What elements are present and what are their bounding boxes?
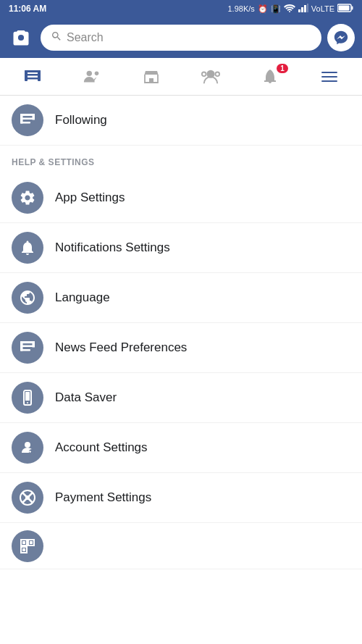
search-bar[interactable]: Search: [41, 25, 321, 51]
menu-item-data-saver[interactable]: Data Saver: [0, 373, 362, 423]
messenger-icon: [333, 30, 349, 46]
notifications-icon: [262, 68, 278, 85]
home-icon: [24, 68, 41, 85]
tab-home[interactable]: [3, 58, 62, 96]
tab-notifications[interactable]: 1: [240, 58, 300, 96]
groups-icon: [201, 68, 220, 85]
svg-point-13: [87, 70, 92, 75]
svg-point-19: [202, 72, 206, 76]
svg-rect-1: [298, 9, 300, 12]
svg-rect-24: [33, 114, 35, 120]
svg-rect-4: [307, 4, 308, 12]
tab-menu[interactable]: [300, 58, 359, 96]
svg-rect-42: [22, 541, 25, 544]
svg-point-18: [216, 72, 220, 76]
svg-rect-44: [22, 548, 25, 551]
svg-rect-12: [38, 70, 41, 81]
alarm-icon: ⏰: [258, 4, 268, 14]
svg-point-32: [27, 402, 28, 403]
svg-point-0: [289, 11, 290, 12]
content: Following HELP & SETTINGS App Settings N…: [0, 96, 362, 569]
svg-rect-6: [339, 6, 350, 11]
wifi-icon: [284, 4, 295, 14]
following-icon: [19, 112, 36, 129]
vibrate-icon: 📳: [271, 4, 281, 14]
globe-icon: [19, 289, 36, 306]
tab-groups[interactable]: [181, 58, 240, 96]
svg-rect-31: [25, 392, 30, 401]
friends-icon: [83, 68, 101, 85]
nav-tabs: 1: [0, 58, 362, 96]
more-icon-circle: [12, 530, 43, 562]
menu-item-following[interactable]: Following: [0, 96, 362, 146]
marketplace-icon: [143, 68, 160, 85]
bell-icon: [19, 239, 36, 256]
menu-item-account-settings[interactable]: Account Settings: [0, 423, 362, 473]
search-icon: [51, 30, 62, 45]
notifications-settings-label: Notifications Settings: [55, 241, 170, 255]
hamburger-icon: [319, 69, 340, 85]
menu-item-payment-settings[interactable]: Payment Settings: [0, 473, 362, 523]
camera-button[interactable]: [7, 24, 35, 51]
app-settings-icon-circle: [12, 182, 43, 214]
status-bar: 11:06 AM 1.98K/s ⏰ 📳 VoLTE: [0, 0, 362, 17]
network-speed: 1.98K/s: [227, 4, 254, 13]
svg-point-33: [25, 442, 30, 448]
account-icon: [19, 439, 36, 456]
menu-item-news-feed-preferences[interactable]: News Feed Preferences: [0, 323, 362, 373]
status-time: 11:06 AM: [9, 4, 46, 14]
notifications-badge: 1: [277, 64, 288, 73]
app-settings-label: App Settings: [55, 191, 125, 205]
phone-icon: [19, 389, 36, 406]
account-settings-icon-circle: [12, 432, 43, 464]
svg-rect-28: [20, 341, 23, 351]
following-label: Following: [55, 113, 107, 127]
menu-item-more[interactable]: [0, 523, 362, 569]
svg-point-14: [95, 71, 99, 75]
notifications-settings-icon-circle: [12, 232, 43, 264]
data-saver-label: Data Saver: [55, 390, 117, 405]
svg-rect-2: [301, 7, 303, 12]
svg-rect-7: [352, 7, 353, 10]
status-right: 1.98K/s ⏰ 📳 VoLTE: [227, 4, 353, 14]
svg-point-38: [25, 495, 30, 500]
camera-icon: [11, 28, 31, 48]
data-saver-icon-circle: [12, 382, 43, 414]
news-feed-label: News Feed Preferences: [55, 340, 187, 355]
signal-icon: [298, 4, 308, 14]
payment-settings-icon-circle: [12, 482, 43, 514]
account-settings-label: Account Settings: [55, 440, 148, 455]
messenger-button[interactable]: [327, 24, 355, 51]
volte-label: VoLTE: [311, 4, 334, 13]
svg-rect-29: [33, 341, 35, 348]
newsfeed-icon: [19, 339, 36, 356]
header: Search: [0, 17, 362, 58]
following-icon-circle: [12, 104, 43, 136]
news-feed-icon-circle: [12, 332, 43, 364]
language-icon-circle: [12, 282, 43, 314]
help-settings-header: HELP & SETTINGS: [0, 146, 362, 173]
svg-rect-3: [304, 5, 306, 12]
svg-rect-23: [20, 114, 23, 124]
payment-icon: [19, 489, 36, 506]
svg-rect-11: [25, 70, 28, 81]
svg-rect-43: [30, 541, 33, 544]
svg-rect-15: [149, 78, 153, 83]
payment-settings-label: Payment Settings: [55, 490, 151, 505]
menu-item-notifications-settings[interactable]: Notifications Settings: [0, 223, 362, 273]
language-label: Language: [55, 290, 110, 305]
search-placeholder: Search: [67, 31, 104, 44]
menu-item-app-settings[interactable]: App Settings: [0, 173, 362, 223]
tab-marketplace[interactable]: [122, 58, 181, 96]
gear-icon: [19, 189, 36, 206]
battery-icon: [337, 4, 353, 14]
qr-icon: [19, 538, 36, 555]
menu-item-language[interactable]: Language: [0, 273, 362, 323]
tab-friends[interactable]: [62, 58, 122, 96]
